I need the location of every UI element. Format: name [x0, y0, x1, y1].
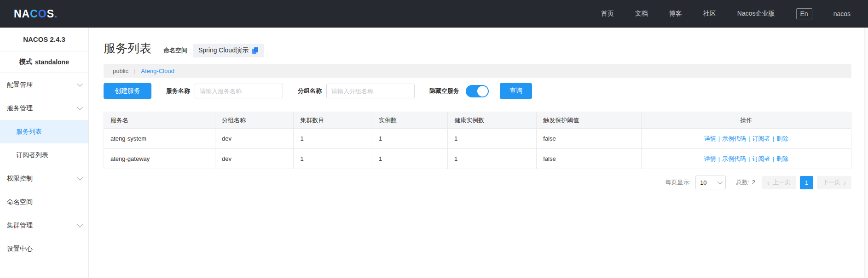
mode-row: 模式 standalone: [0, 51, 88, 73]
page-title: 服务列表: [104, 40, 151, 57]
table-header-row: 服务名 分组名称 集群数目 实例数 健康实例数 触发保护阈值 操作: [104, 112, 851, 129]
sidebar-item-settings-center[interactable]: 设置中心: [0, 237, 88, 261]
chevron-down-icon: [77, 175, 83, 181]
sidebar-item-label: 配置管理: [7, 81, 33, 89]
action-separator: |: [718, 155, 720, 162]
search-button[interactable]: 查询: [500, 83, 532, 99]
copy-icon[interactable]: [252, 47, 258, 54]
sidebar-item-label: 权限控制: [7, 175, 33, 183]
toolbar: 创建服务 服务名称 分组名称 隐藏空服务 查询: [104, 83, 851, 99]
namespace-label: 命名空间: [163, 46, 187, 55]
cell-instance-count: 1: [372, 129, 448, 149]
table-row: ateng-system dev 1 1 1 false 详情|示例代码|订阅者…: [104, 129, 851, 149]
chevron-right-icon: ›: [844, 179, 846, 186]
cell-service-name: ateng-gateway: [104, 149, 215, 169]
cell-cluster-count: 1: [294, 149, 372, 169]
cell-service-name: ateng-system: [104, 129, 215, 149]
subscriber-link[interactable]: 订阅者: [752, 155, 770, 162]
col-header-operations: 操作: [641, 112, 851, 129]
sidebar-item-service-list[interactable]: 服务列表: [0, 120, 88, 143]
chevron-down-icon: [77, 104, 83, 110]
cell-protection-threshold: false: [537, 149, 641, 169]
language-toggle-button[interactable]: En: [796, 8, 812, 19]
detail-link[interactable]: 详情: [704, 155, 716, 162]
group-name-label: 分组名称: [298, 87, 322, 95]
sidebar: NACOS 2.4.3 模式 standalone 配置管理 服务管理 服务列表…: [0, 28, 89, 278]
total-count: 总数:2: [736, 178, 755, 187]
page-size-select[interactable]: 10: [695, 176, 726, 189]
sidebar-item-label: 订阅者列表: [16, 151, 48, 159]
page-size-value: 10: [700, 179, 706, 186]
col-header-instance-count: 实例数: [372, 112, 448, 129]
action-separator: |: [748, 155, 750, 162]
sidebar-item-subscriber-list[interactable]: 订阅者列表: [0, 143, 88, 167]
sidebar-item-cluster-management[interactable]: 集群管理: [0, 214, 88, 237]
service-table: 服务名 分组名称 集群数目 实例数 健康实例数 触发保护阈值 操作 ateng-…: [104, 112, 851, 169]
sidebar-item-config-management[interactable]: 配置管理: [0, 73, 88, 96]
col-header-protection-threshold: 触发保护阈值: [537, 112, 641, 129]
service-name-input[interactable]: [195, 84, 283, 98]
sidebar-item-label: 设置中心: [7, 245, 33, 253]
top-nav: 首页 文档 博客 社区 Nacos企业版 En nacos: [601, 8, 851, 19]
topbar: NACOS. 首页 文档 博客 社区 Nacos企业版 En nacos: [0, 0, 868, 28]
next-page-button[interactable]: 下一页 ›: [817, 176, 851, 189]
chevron-down-icon: [77, 81, 83, 87]
total-label: 总数:: [736, 179, 750, 186]
cell-operations: 详情|示例代码|订阅者|删除: [641, 129, 851, 149]
main-content: 服务列表 命名空间 Spring Cloud演示 public | Ateng-…: [89, 28, 868, 278]
cell-protection-threshold: false: [537, 129, 641, 149]
namespace-tab-public[interactable]: public: [113, 68, 128, 74]
action-separator: |: [748, 135, 750, 142]
nav-enterprise[interactable]: Nacos企业版: [737, 10, 775, 18]
action-separator: |: [773, 135, 774, 142]
logo-text: NA: [14, 8, 30, 20]
sidebar-item-namespace[interactable]: 命名空间: [0, 190, 88, 214]
col-header-cluster-count: 集群数目: [294, 112, 372, 129]
service-name-label: 服务名称: [166, 87, 190, 95]
chevron-left-icon: ‹: [767, 179, 770, 186]
sidebar-item-service-management[interactable]: 服务管理: [0, 96, 88, 120]
nacos-logo[interactable]: NACOS.: [14, 8, 58, 20]
sidebar-item-permission-control[interactable]: 权限控制: [0, 167, 88, 190]
hide-empty-service-toggle[interactable]: [466, 85, 489, 97]
detail-link[interactable]: 详情: [704, 135, 716, 142]
delete-link[interactable]: 删除: [776, 155, 788, 162]
subscriber-link[interactable]: 订阅者: [752, 135, 770, 142]
cell-cluster-count: 1: [294, 129, 372, 149]
toggle-knob: [477, 86, 488, 96]
sidebar-item-label: 集群管理: [7, 221, 33, 230]
cell-instance-count: 1: [372, 149, 448, 169]
cell-healthy-instance-count: 1: [448, 129, 537, 149]
sidebar-item-label: 命名空间: [7, 198, 33, 206]
nav-home[interactable]: 首页: [601, 10, 614, 18]
namespace-tab-bar: public | Ateng-Cloud: [104, 64, 851, 78]
action-separator: |: [773, 155, 774, 162]
sample-code-link[interactable]: 示例代码: [722, 135, 746, 142]
page-1-button[interactable]: 1: [800, 176, 813, 189]
col-header-healthy-instance-count: 健康实例数: [448, 112, 537, 129]
vertical-scrollbar[interactable]: [864, 28, 868, 278]
delete-link[interactable]: 删除: [776, 135, 788, 142]
col-header-service-name: 服务名: [104, 112, 215, 129]
current-user[interactable]: nacos: [833, 10, 851, 17]
cell-group-name: dev: [215, 129, 294, 149]
logo-text: .: [54, 8, 58, 20]
hide-empty-service-label: 隐藏空服务: [429, 87, 459, 95]
action-separator: |: [718, 135, 720, 142]
mode-label: 模式: [19, 58, 32, 66]
sample-code-link[interactable]: 示例代码: [722, 155, 746, 162]
create-service-button[interactable]: 创建服务: [104, 83, 151, 99]
sidebar-item-label: 服务管理: [7, 104, 33, 113]
logo-text: C: [30, 8, 38, 20]
mode-value: standalone: [35, 58, 69, 66]
cell-group-name: dev: [215, 149, 294, 169]
group-name-input[interactable]: [326, 84, 415, 98]
namespace-tab-ateng-cloud[interactable]: Ateng-Cloud: [141, 68, 174, 74]
nav-community[interactable]: 社区: [703, 10, 716, 18]
nav-blog[interactable]: 博客: [669, 10, 682, 18]
nacos-version-label: NACOS 2.4.3: [0, 28, 88, 51]
nav-docs[interactable]: 文档: [635, 10, 648, 18]
chevron-down-icon: [718, 179, 723, 184]
pagination: 每页显示: 10 总数:2 ‹ 上一页 1 下一页 ›: [104, 176, 851, 189]
prev-page-button[interactable]: ‹ 上一页: [762, 176, 796, 189]
